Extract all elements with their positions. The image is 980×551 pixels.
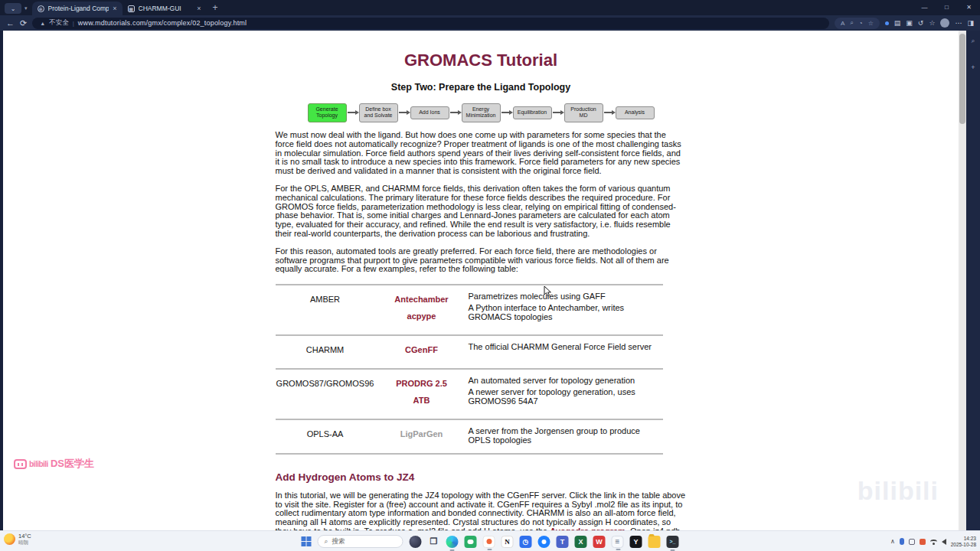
find-on-page-icon[interactable]: ⌕: [850, 19, 853, 27]
taskbar-center-icons: ⌕ 搜索 ❐ N ◷ T X W ≡ Y >_: [302, 531, 679, 551]
maximize-button[interactable]: □: [936, 0, 958, 15]
extension-screenshot-icon[interactable]: ▣: [906, 19, 913, 27]
link-ligpargen[interactable]: LigParGen: [375, 429, 469, 439]
flow-step-define-box[interactable]: Define box and Solvate: [359, 103, 398, 122]
excel-icon[interactable]: X: [575, 536, 587, 548]
close-tab-icon[interactable]: ×: [113, 5, 116, 12]
weather-sun-icon: [4, 533, 15, 545]
task-view-icon[interactable]: ❐: [428, 536, 440, 548]
tool-description: A Python interface to Antechamber, write…: [469, 304, 663, 321]
collections-icon[interactable]: ☆: [929, 19, 935, 27]
taskbar-search-input[interactable]: ⌕ 搜索: [318, 535, 403, 548]
flow-step-energy-minimization[interactable]: Energy Minimization: [462, 103, 501, 122]
weather-temperature: 14°C: [18, 533, 31, 540]
clock-app-icon[interactable]: ◷: [520, 536, 532, 548]
paragraph-cgenff: In this tutorial, we will be generating …: [276, 491, 687, 530]
taskbar-clock[interactable]: 14:23 2025-10-28: [951, 536, 976, 548]
refresh-icon[interactable]: ⟳: [20, 19, 27, 28]
table-row: AMBER Antechamber acpype Parametrizes mo…: [276, 284, 663, 334]
flow-step-production-md[interactable]: Production MD: [564, 103, 603, 122]
sidebar-add-icon[interactable]: +: [971, 64, 975, 71]
new-tab-button[interactable]: +: [213, 2, 218, 13]
copilot-icon[interactable]: [410, 536, 422, 548]
browser-toolbar: ← ⟳ ▲ 不安全 | www.mdtutorials.com/gmx/comp…: [0, 15, 980, 31]
wps-icon[interactable]: W: [593, 536, 606, 548]
bilibili-tv-icon: [14, 459, 27, 469]
forcefield-name: OPLS-AA: [276, 425, 375, 446]
reading-mode-icon[interactable]: ◔: [859, 20, 863, 27]
link-prodrg[interactable]: PRODRG 2.5: [375, 379, 469, 388]
flow-step-generate-topology[interactable]: Generate Topology: [308, 103, 347, 122]
link-atb[interactable]: ATB: [375, 396, 469, 405]
tab-charmm-gui[interactable]: ▦ CHARMM-GUI ×: [122, 2, 207, 15]
close-window-button[interactable]: ✕: [958, 0, 980, 15]
more-menu-icon[interactable]: ⋯: [955, 19, 962, 27]
table-row: GROMOS87/GROMOS96 PRODRG 2.5 ATB An auto…: [276, 368, 663, 419]
page-scrollbar[interactable]: [959, 31, 966, 530]
flow-step-add-ions[interactable]: Add Ions: [410, 106, 449, 119]
browser-tab-bar: ⌄ ▾ ⊕ Protein-Ligand Complex × ▦ CHARMM-…: [0, 0, 980, 15]
recording-tray-icon[interactable]: [920, 539, 926, 545]
tab-list-caret-icon[interactable]: ▾: [24, 5, 28, 11]
back-icon[interactable]: ←: [6, 19, 15, 28]
flow-step-analysis[interactable]: Analysis: [616, 106, 655, 119]
link-acpype[interactable]: acpype: [375, 311, 469, 321]
profile-avatar[interactable]: [940, 18, 949, 28]
link-cgenff[interactable]: CGenFF: [375, 345, 469, 354]
translate-icon[interactable]: A: [841, 20, 844, 27]
favorites-icon[interactable]: ☆: [868, 20, 874, 27]
tray-chevron-up-icon[interactable]: ∧: [890, 538, 895, 545]
clock-time: 14:23: [951, 536, 976, 542]
paragraph-text: In this tutorial, we will be generating …: [276, 491, 686, 530]
recorder-app-icon[interactable]: [483, 536, 495, 548]
tab-actions-menu-button[interactable]: ⌄: [5, 3, 21, 14]
flow-arrow: [553, 112, 560, 113]
file-explorer-icon[interactable]: [648, 536, 661, 548]
sidebar-toggle-icon[interactable]: ◨: [967, 19, 974, 27]
tool-description: Parametrizes molecules using GAFF: [469, 292, 663, 302]
scrollbar-thumb[interactable]: [959, 34, 965, 124]
flow-step-equilibration[interactable]: Equilibration: [513, 106, 552, 119]
flow-arrow: [399, 112, 407, 113]
paragraph-derivation: For the OPLS, AMBER, and CHARMM force fi…: [276, 184, 687, 238]
security-warning-label[interactable]: 不安全: [49, 18, 69, 28]
extension-page-icon[interactable]: ▤: [894, 19, 901, 27]
wifi-icon[interactable]: [930, 540, 937, 544]
page-tools-pill: A ⌕ ◔ ☆: [835, 18, 880, 29]
minimize-button[interactable]: —: [913, 0, 936, 15]
microphone-tray-icon[interactable]: [900, 538, 904, 545]
address-bar[interactable]: ▲ 不安全 | www.mdtutorials.com/gmx/complex/…: [32, 18, 829, 29]
start-button[interactable]: [302, 536, 312, 546]
flow-arrow: [450, 112, 458, 113]
volume-icon[interactable]: [942, 539, 946, 545]
teams-icon[interactable]: T: [557, 536, 569, 548]
terminal-icon[interactable]: >_: [667, 536, 679, 548]
forcefield-name: AMBER: [276, 290, 375, 328]
weather-widget[interactable]: 14°C 晴朗: [4, 533, 31, 545]
workflow-diagram: Generate Topology Define box and Solvate…: [276, 103, 687, 122]
url-divider: |: [73, 20, 74, 27]
sidebar-search-icon[interactable]: ⌕: [971, 37, 975, 45]
url-text[interactable]: www.mdtutorials.com/gmx/complex/02_topol…: [78, 19, 247, 27]
tool-description: A newer server for topology generation, …: [469, 388, 663, 406]
paragraph-tools: For this reason, automated tools are gre…: [276, 247, 687, 274]
history-icon[interactable]: ↺: [918, 19, 924, 27]
tab-title: Protein-Ligand Complex: [48, 5, 109, 12]
yuque-app-icon[interactable]: Y: [630, 536, 642, 548]
wechat-icon[interactable]: [465, 536, 477, 548]
notion-icon[interactable]: N: [501, 536, 514, 548]
close-tab-icon[interactable]: ×: [197, 5, 201, 12]
page-title: GROMACS Tutorial: [276, 51, 687, 70]
blue-round-app-icon[interactable]: [538, 536, 550, 548]
bilibili-logo-text: bilibili: [29, 460, 48, 468]
notepad-icon[interactable]: ≡: [612, 536, 624, 548]
charmm-favicon-icon: ▦: [128, 5, 135, 12]
search-label: 搜索: [332, 537, 345, 546]
system-tray: ∧ 14:23 2025-10-28: [890, 531, 976, 551]
edge-browser-icon[interactable]: [446, 536, 459, 548]
extension-badge-dot[interactable]: [885, 21, 889, 25]
link-antechamber[interactable]: Antechamber: [375, 295, 469, 304]
paragraph-intro: We must now deal with the ligand. But ho…: [276, 131, 687, 176]
ime-tray-icon[interactable]: [909, 539, 915, 545]
tab-protein-ligand-complex[interactable]: ⊕ Protein-Ligand Complex ×: [32, 2, 122, 15]
